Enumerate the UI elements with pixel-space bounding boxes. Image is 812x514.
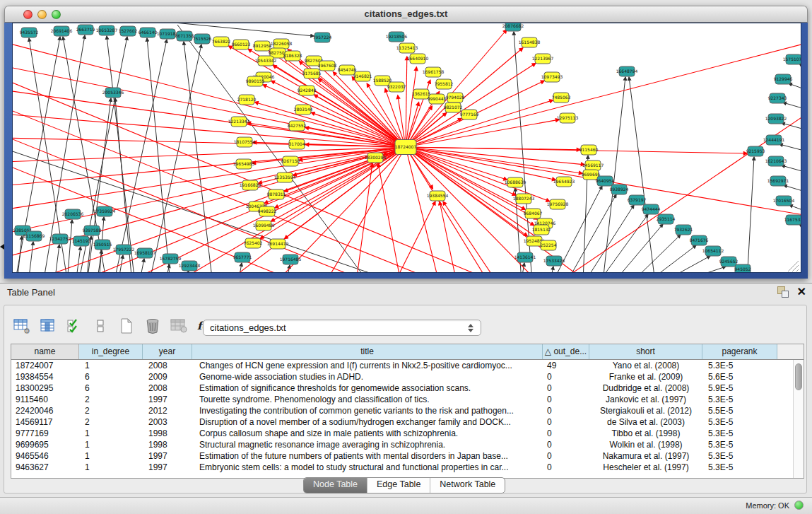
graph-edge	[613, 224, 663, 272]
graph-node-label: 9115460	[579, 147, 599, 152]
table-row[interactable]: 1456911722003Disruption of a novel membe…	[11, 416, 793, 428]
graph-node-label: 10973493	[541, 74, 563, 79]
graph-node-label: 8267150	[281, 158, 300, 163]
column-header[interactable]: pagerank	[702, 344, 777, 359]
float-panel-icon[interactable]	[777, 286, 789, 298]
table-selector-dropdown[interactable]: citations_edges.txt	[203, 320, 481, 336]
table-row[interactable]: 2242004622012Investigating the contribut…	[11, 405, 793, 416]
graph-edge	[255, 102, 406, 147]
graph-node-label: 20053346	[102, 90, 124, 95]
table-cell: 9699695	[11, 440, 79, 450]
table-cell: 1	[79, 428, 143, 438]
graph-node-label: 1527602	[119, 28, 138, 33]
zoom-window-button[interactable]	[52, 10, 61, 19]
graph-edge	[269, 51, 406, 147]
table-row[interactable]: 911546021997Tourette syndrome. Phenomeno…	[11, 394, 793, 405]
table-row[interactable]: 946554611997Estimation of the future num…	[11, 450, 793, 462]
graph-node-label: 18807243	[513, 196, 535, 201]
graph-node-label: 20876682	[502, 23, 524, 28]
graph-node-label: 1588520	[373, 78, 392, 83]
network-view-window: citations_edges.txt 76638228660123891295…	[4, 6, 808, 279]
close-window-button[interactable]	[23, 10, 33, 19]
graph-edge	[378, 163, 401, 272]
table-body: 1872400712008Changes of HCN gene express…	[11, 360, 793, 478]
graph-edge	[356, 163, 372, 272]
table-row[interactable]: 1830029562008Estimation of significance …	[11, 382, 793, 394]
svg-text:⚙: ⚙	[23, 327, 30, 334]
table-row[interactable]: 1938455462009Genome-wide association stu…	[11, 371, 793, 382]
graph-node-label: 16914479	[267, 241, 289, 246]
graph-node-label: 7663822	[212, 39, 231, 44]
table-cell: 1	[79, 451, 143, 461]
tab-node-table[interactable]: Node Table	[304, 478, 367, 493]
citation-network-graph[interactable]: 7663822866012389129541822605898275098186…	[13, 23, 801, 272]
table-cell: Embryonic stem cells: a model to study s…	[192, 462, 543, 472]
column-header[interactable]: title	[192, 344, 543, 359]
table-cell: 2009	[143, 372, 192, 382]
table-cell: Estimation of the future numbers of pati…	[192, 451, 543, 461]
table-cell: 0	[543, 451, 589, 461]
column-header[interactable]: name	[11, 344, 79, 359]
close-panel-icon[interactable]: ✕	[797, 286, 806, 298]
graph-node-label: 2935114	[657, 216, 676, 221]
network-window-titlebar[interactable]: citations_edges.txt	[4, 6, 808, 23]
graph-edge	[139, 259, 144, 272]
column-header[interactable]: △ out_de...	[543, 344, 589, 359]
table-cell: 2003	[143, 417, 192, 427]
collapse-panel-arrow-icon[interactable]	[0, 244, 4, 250]
rows-icon[interactable]	[91, 317, 110, 335]
graph-edge	[782, 165, 801, 174]
column-header[interactable]: short	[589, 344, 702, 359]
table-cell: Changes of HCN gene expression and I(f) …	[192, 361, 543, 370]
delete-table-icon[interactable]	[143, 317, 162, 335]
column-header[interactable]: year	[143, 344, 192, 359]
graph-node-label: 9794028	[446, 95, 465, 100]
table-row[interactable]: 1872400712008Changes of HCN gene express…	[11, 360, 793, 371]
table-vertical-scrollbar[interactable]	[793, 360, 804, 478]
tab-edge-table[interactable]: Edge Table	[367, 478, 430, 493]
tab-network-table[interactable]: Network Table	[430, 478, 505, 493]
graph-node-label: 16099489	[253, 223, 275, 228]
graph-node-label: 8471676	[690, 238, 709, 243]
table-panel-title: Table Panel	[7, 287, 55, 298]
scrollbar-thumb[interactable]	[795, 363, 802, 390]
column-header[interactable]: in_degree	[79, 344, 143, 359]
graph-node-label: 9684067	[524, 211, 543, 216]
create-table-icon[interactable]	[117, 317, 136, 335]
graph-edge	[149, 45, 201, 272]
graph-edge	[783, 103, 801, 111]
graph-edge	[779, 144, 801, 153]
graph-node-label: 1350515	[93, 242, 112, 247]
graph-node-label: 9821072	[444, 105, 463, 110]
table-panel-header: Table Panel ✕	[0, 284, 812, 303]
column-header-filler	[777, 344, 804, 359]
table-cell: 0	[543, 440, 589, 450]
table-row[interactable]: 969969511998Structural magnetic resonanc…	[11, 439, 793, 450]
table-header-row: namein_degreeyeartitle△ out_de...shortpa…	[11, 344, 804, 360]
network-window-frame: 7663822866012389129541822605898275098186…	[4, 23, 808, 279]
graph-node-label: 10688639	[505, 180, 526, 185]
graph-node-label: 17533426	[543, 258, 565, 263]
graph-edge	[660, 256, 710, 272]
graph-edge	[184, 42, 213, 272]
table-cell: 0	[543, 417, 589, 427]
table-row[interactable]: 977716911998Corpus callosum shape and si…	[11, 428, 793, 439]
table-cell: Investigating the contribution of common…	[192, 406, 543, 416]
table-options-icon[interactable]: ⚙	[13, 317, 31, 335]
table-cell: 18300295	[11, 383, 79, 393]
minimize-window-button[interactable]	[37, 10, 47, 19]
graph-node-label: 2663719	[76, 27, 95, 32]
select-attributes-icon[interactable]	[65, 317, 83, 335]
show-columns-icon[interactable]	[39, 317, 57, 335]
graph-node-label: 19716485	[280, 257, 302, 262]
graph-node-label: 12353594	[274, 175, 296, 180]
table-cell: 0	[543, 428, 589, 438]
table-cell: 5.3E-5	[702, 361, 777, 370]
graph-node-label: 10653287	[96, 28, 118, 33]
graph-edge	[629, 77, 655, 272]
graph-node-label: 15692971	[767, 178, 789, 183]
table-row[interactable]: 946362711997Embryonic stem cells: a mode…	[11, 462, 793, 473]
table-cell: 14569117	[11, 417, 79, 427]
graph-node-label: 8454749	[338, 67, 357, 72]
network-canvas[interactable]: 7663822866012389129541822605898275098186…	[12, 23, 801, 273]
